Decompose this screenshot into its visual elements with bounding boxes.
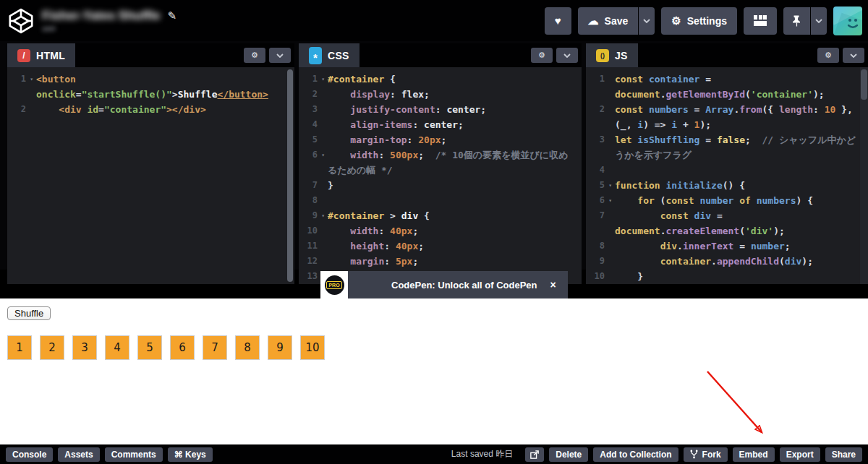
code-text: } — [323, 178, 582, 193]
last-saved-text: Last saved 昨日 — [451, 448, 513, 460]
code-line[interactable]: 12 margin: 5px; — [299, 254, 582, 269]
embed-button[interactable]: Embed — [733, 447, 775, 462]
code-line[interactable]: 6▾ for (const number of numbers) { — [586, 193, 868, 208]
html-settings-button[interactable]: ⚙ — [244, 48, 265, 63]
code-line[interactable]: 3let isShuffling = false; // シャッフル中かどうかを… — [586, 132, 868, 163]
code-line[interactable]: 1const container = document.getElementBy… — [586, 72, 868, 102]
fold-arrow-icon[interactable]: ▾ — [608, 193, 612, 208]
code-line[interactable]: 8 div.innerText = number; — [586, 239, 868, 254]
edit-pencil-icon[interactable]: ✎ — [167, 9, 176, 22]
fold-arrow-icon[interactable]: ▾ — [30, 72, 33, 87]
code-line[interactable]: 10 width: 40px; — [299, 223, 582, 239]
code-line[interactable]: 7} — [299, 178, 582, 193]
line-number: 5▾ — [586, 178, 610, 193]
line-number: 1▾ — [299, 72, 323, 87]
js-collapse-button[interactable] — [843, 48, 864, 63]
chevron-down-icon — [815, 19, 822, 23]
number-box: 4 — [105, 335, 129, 360]
love-button[interactable]: ♥ — [545, 7, 571, 35]
code-line[interactable]: 9 container.appendChild(div); — [586, 254, 868, 269]
js-code-editor[interactable]: 1const container = document.getElementBy… — [586, 67, 868, 284]
pin-button-group — [783, 7, 827, 35]
code-line[interactable]: 1▾#container { — [299, 72, 582, 87]
pen-title: Fisher-Yates Shuffle — [42, 9, 160, 23]
banner-close-button[interactable]: × — [549, 279, 558, 291]
code-line[interactable]: 6▾ width: 500px; /* 10個の要素を横並びに収めるための幅 *… — [299, 147, 582, 178]
number-box: 9 — [268, 335, 292, 360]
pin-button[interactable] — [783, 7, 810, 35]
pro-banner-text: CodePen: Unlock all of CodePen — [391, 280, 537, 291]
code-text — [323, 193, 582, 208]
code-line[interactable]: 2const numbers = Array.from({ length: 10… — [586, 102, 868, 132]
fold-arrow-icon[interactable]: ▾ — [321, 147, 325, 163]
code-line[interactable]: 2 display: flex; — [299, 87, 582, 102]
footer-bar: Console Assets Comments ⌘ Keys Last save… — [0, 444, 868, 464]
code-line[interactable]: 5▾function initialize() { — [586, 178, 868, 193]
line-number: 4 — [299, 117, 323, 132]
chevron-down-icon — [563, 53, 571, 58]
code-text: <button onclick="startShuffle()">Shuffle… — [32, 72, 294, 102]
cloud-icon: ☁ — [588, 15, 599, 26]
save-dropdown-button[interactable] — [639, 7, 655, 35]
js-panel: () JS ⚙ 1const container = document.getE… — [586, 43, 868, 284]
line-number: 2 — [7, 102, 32, 117]
delete-button[interactable]: Delete — [549, 447, 588, 462]
fold-arrow-icon[interactable]: ▾ — [321, 72, 325, 87]
css-collapse-button[interactable] — [556, 48, 578, 63]
export-button[interactable]: Export — [780, 447, 820, 462]
code-line[interactable]: 5 margin-top: 20px; — [299, 132, 582, 147]
html-code-editor[interactable]: 1▾<button onclick="startShuffle()">Shuff… — [7, 67, 294, 284]
js-scrollbar-track[interactable] — [860, 67, 868, 284]
line-number: 3 — [299, 102, 323, 117]
settings-button[interactable]: ⚙ Settings — [661, 7, 737, 35]
shuffle-button[interactable]: Shuffle — [7, 306, 51, 320]
code-line[interactable]: 11 height: 40px; — [299, 239, 582, 254]
code-line[interactable]: 1▾<button onclick="startShuffle()">Shuff… — [7, 72, 294, 102]
add-to-collection-button[interactable]: Add to Collection — [593, 447, 678, 462]
js-settings-button[interactable]: ⚙ — [817, 48, 839, 63]
console-button[interactable]: Console — [6, 447, 53, 462]
code-text: height: 40px; — [323, 239, 582, 254]
js-scrollbar-thumb[interactable] — [861, 69, 867, 100]
code-line[interactable]: 9▾#container > div { — [299, 208, 582, 223]
code-line[interactable]: 4 — [586, 163, 868, 178]
codepen-logo-icon[interactable] — [7, 7, 35, 35]
html-collapse-button[interactable] — [269, 48, 291, 63]
tab-css[interactable]: * CSS — [299, 43, 359, 67]
code-text: justify-content: center; — [323, 102, 582, 117]
code-line[interactable]: 2 <div id="container"></div> — [7, 102, 294, 117]
code-line[interactable]: 10 } — [586, 269, 868, 284]
fold-arrow-icon[interactable]: ▾ — [608, 178, 612, 193]
css-code-editor[interactable]: 1▾#container {2 display: flex;3 justify-… — [299, 67, 582, 284]
css-panel: * CSS ⚙ 1▾#container {2 display: flex;3 … — [299, 43, 582, 284]
tab-html[interactable]: / HTML — [7, 43, 75, 67]
html-scrollbar[interactable] — [287, 69, 293, 282]
keys-button[interactable]: ⌘ Keys — [168, 447, 213, 462]
code-line[interactable]: 8 — [299, 193, 582, 208]
assets-button[interactable]: Assets — [58, 447, 99, 462]
share-button[interactable]: Share — [825, 447, 862, 462]
comments-button[interactable]: Comments — [105, 447, 163, 462]
code-line[interactable]: 3 justify-content: center; — [299, 102, 582, 117]
fork-button[interactable]: Fork — [684, 447, 728, 462]
user-avatar[interactable] — [833, 7, 862, 35]
top-bar: Fisher-Yates Shuffle ✎ user ♥ ☁ Save ⚙ S… — [0, 0, 868, 41]
fold-arrow-icon[interactable]: ▾ — [321, 208, 325, 223]
save-button-group: ☁ Save — [578, 7, 655, 35]
line-number: 4 — [586, 163, 610, 178]
pro-banner-body[interactable]: CodePen: Unlock all of CodePen × — [348, 271, 568, 298]
code-text: #container > div { — [323, 208, 582, 223]
css-settings-button[interactable]: ⚙ — [531, 48, 553, 63]
number-boxes-row: 12345678910 — [7, 335, 325, 360]
code-line[interactable]: 4 align-items: center; — [299, 117, 582, 132]
gear-icon: ⚙ — [825, 51, 832, 59]
open-preview-button[interactable] — [525, 447, 544, 462]
gear-icon: ⚙ — [671, 15, 681, 26]
pin-dropdown-button[interactable] — [811, 7, 827, 35]
code-line[interactable]: 7 const div = document.createElement('di… — [586, 208, 868, 239]
line-number: 7 — [299, 178, 323, 193]
tab-js[interactable]: () JS — [586, 43, 638, 67]
code-text: function initialize() { — [610, 178, 868, 193]
save-button[interactable]: ☁ Save — [578, 7, 639, 35]
change-view-button[interactable] — [744, 7, 777, 35]
